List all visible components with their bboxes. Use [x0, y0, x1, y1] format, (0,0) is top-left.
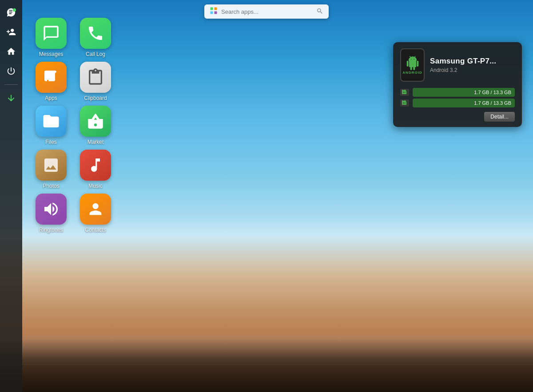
storage-icon-2	[400, 99, 409, 107]
svg-rect-3	[211, 12, 213, 14]
calllog-icon	[80, 18, 111, 49]
svg-rect-4	[215, 12, 217, 14]
app-clipboard[interactable]: Clipboard	[76, 62, 115, 101]
apps-label: Apps	[45, 95, 57, 101]
app-contacts[interactable]: Contacts	[76, 194, 115, 233]
photos-icon	[36, 150, 67, 181]
device-popup: ANDROID Samsung GT-P7... Android 3.2 1.7…	[393, 42, 522, 127]
app-market[interactable]: Market	[76, 106, 115, 145]
messages-label: Messages	[39, 51, 64, 57]
market-icon	[80, 106, 111, 137]
sidebar-chat-icon[interactable]	[3, 4, 19, 20]
app-music[interactable]: Music	[76, 150, 115, 189]
storage-row-1: 1.7 GB / 13.3 GB	[400, 88, 515, 97]
app-messages[interactable]: Messages	[31, 18, 71, 57]
sidebar	[0, 0, 22, 392]
contacts-label: Contacts	[85, 227, 106, 233]
contacts-icon	[80, 194, 111, 225]
apps-icon	[210, 7, 218, 16]
apps-app-icon: APP	[36, 62, 67, 93]
landscape-overlay	[0, 339, 533, 392]
calllog-label: Call Log	[86, 51, 105, 57]
music-icon	[80, 150, 111, 181]
storage-icon-1	[400, 89, 409, 96]
search-input[interactable]	[221, 8, 313, 15]
sidebar-power-icon[interactable]	[3, 63, 19, 79]
app-ringtones[interactable]: Ringtones	[31, 194, 71, 233]
sidebar-download-icon[interactable]	[3, 90, 19, 106]
app-calllog[interactable]: Call Log	[76, 18, 115, 57]
device-popup-header: ANDROID Samsung GT-P7... Android 3.2	[393, 42, 522, 86]
photos-label: Photos	[43, 183, 59, 189]
storage-text-1: 1.7 GB / 13.3 GB	[474, 90, 511, 95]
svg-rect-1	[211, 8, 213, 10]
device-os: Android 3.2	[430, 67, 515, 73]
app-apps[interactable]: APP Apps	[31, 62, 71, 101]
device-info: Samsung GT-P7... Android 3.2	[430, 57, 515, 73]
svg-rect-2	[215, 8, 217, 10]
clipboard-icon	[80, 62, 111, 93]
apps-grid: Messages Call Log APP Apps Clipboard	[27, 13, 120, 238]
device-name: Samsung GT-P7...	[430, 57, 515, 66]
sidebar-add-contact-icon[interactable]	[3, 24, 19, 40]
detail-btn-row: Detail...	[393, 109, 522, 122]
ringtones-icon	[36, 194, 67, 225]
market-label: Market	[88, 139, 104, 145]
svg-text:APP: APP	[47, 75, 55, 79]
storage-bar-1: 1.7 GB / 13.3 GB	[413, 88, 515, 97]
device-image: ANDROID	[400, 48, 425, 82]
storage-row-2: 1.7 GB / 13.3 GB	[400, 99, 515, 107]
app-files[interactable]: Files	[31, 106, 71, 145]
search-bar	[204, 4, 329, 19]
app-photos[interactable]: Photos	[31, 150, 71, 189]
storage-bar-2: 1.7 GB / 13.3 GB	[413, 99, 515, 107]
sidebar-home-icon[interactable]	[3, 44, 19, 59]
music-label: Music	[88, 183, 102, 189]
messages-icon	[36, 18, 67, 49]
clipboard-label: Clipboard	[84, 95, 107, 101]
search-icon	[316, 8, 323, 16]
files-icon	[36, 106, 67, 137]
files-label: Files	[45, 139, 56, 145]
storage-text-2: 1.7 GB / 13.3 GB	[474, 100, 511, 106]
detail-button[interactable]: Detail...	[484, 112, 515, 122]
sidebar-divider	[4, 84, 18, 85]
ringtones-label: Ringtones	[39, 227, 63, 233]
svg-point-0	[13, 8, 16, 12]
